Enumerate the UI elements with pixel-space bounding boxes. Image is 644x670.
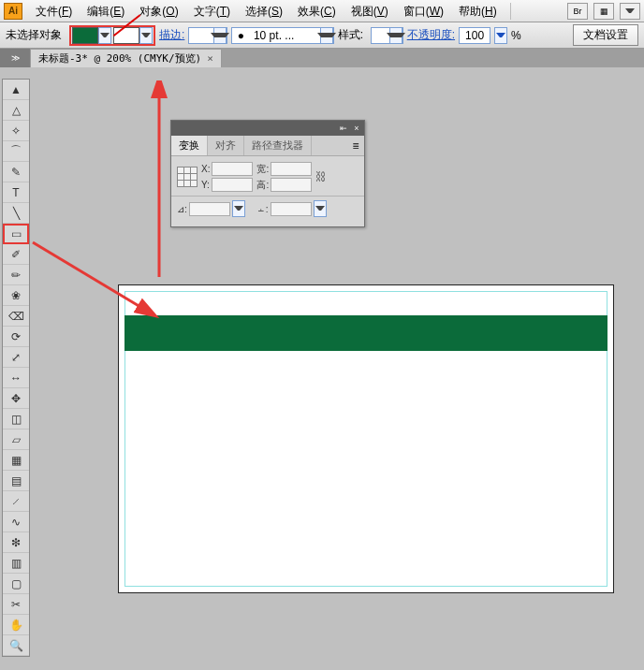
tool-selection[interactable]: ▲ [3,80,29,100]
tool-scale[interactable]: ⤢ [3,347,29,368]
menu-file[interactable]: 文件(F) [28,0,80,22]
app-logo: Ai [4,3,22,20]
workspace-dropdown[interactable] [620,3,640,20]
menu-separator [510,3,511,20]
menu-type[interactable]: 文字(T) [186,0,238,22]
tool-zoom[interactable]: 🔍 [3,635,29,656]
angle-input[interactable] [189,202,230,216]
opacity-dropdown[interactable] [494,27,507,44]
document-setup-button[interactable]: 文档设置 [573,24,638,46]
tool-line[interactable]: ╲ [3,203,29,224]
close-icon[interactable]: × [207,52,213,65]
tool-eyedropper[interactable]: ⟋ [3,491,29,512]
tool-lasso[interactable]: ⌒ [3,141,29,162]
tool-direct-select[interactable]: △ [3,100,29,121]
rectangle-shape[interactable] [124,315,607,351]
tool-graph[interactable]: ▥ [3,553,29,574]
stroke-label[interactable]: 描边: [159,27,184,43]
x-input[interactable] [212,162,253,176]
y-label: Y: [201,180,210,190]
menu-effect[interactable]: 效果(C) [290,0,344,22]
selection-status: 未选择对象 [6,27,66,43]
tool-blend[interactable]: ∿ [3,512,29,532]
tool-slice[interactable]: ✂ [3,594,29,615]
tool-symbol-sprayer[interactable]: ❇ [3,532,29,553]
fill-stroke-swatch-group [69,25,155,46]
x-label: X: [201,164,210,174]
angle-dd[interactable] [232,200,245,217]
panel-tabs: 变换 对齐 路径查找器 ≡ [171,136,364,156]
fill-dropdown[interactable] [98,27,111,44]
tool-mesh[interactable]: ▦ [3,450,29,471]
w-label: 宽: [256,163,269,176]
opacity-input[interactable]: 100 [459,27,490,44]
panel-menu-icon[interactable]: ≡ [347,136,364,155]
tab-align[interactable]: 对齐 [208,136,244,155]
document-tab[interactable]: 未标题-3* @ 200% (CMYK/预览) × [30,49,222,67]
tool-eraser[interactable]: ⌫ [3,306,29,327]
stroke-weight[interactable]: ● 10 pt. ... [231,27,334,44]
menu-help[interactable]: 帮助(H) [451,0,505,22]
height-input[interactable] [271,178,312,192]
tab-expand-icon[interactable]: ≫ [0,49,30,67]
tool-free-transform[interactable]: ✥ [3,388,29,409]
bridge-button[interactable]: Br [567,3,588,20]
fill-swatch[interactable] [72,27,98,44]
panel-titlebar[interactable]: ⇤ × [171,121,364,136]
link-wh-icon[interactable]: ⛓ [315,167,327,187]
tool-shape-builder[interactable]: ◫ [3,409,29,430]
artboard[interactable] [118,284,614,593]
arrange-docs-button[interactable]: ▦ [593,3,614,20]
stroke-dropdown[interactable] [139,27,153,44]
menu-bar: Ai 文件(F) 编辑(E) 对象(O) 文字(T) 选择(S) 效果(C) 视… [0,0,644,22]
transform-panel: ⇤ × 变换 对齐 路径查找器 ≡ X: Y: 宽: 高: ⛓ ⊿: ⫠: [170,120,365,227]
document-tab-row: ≫ 未标题-3* @ 200% (CMYK/预览) × [0,49,644,67]
tool-rotate[interactable]: ⟳ [3,327,29,347]
width-input[interactable] [271,162,312,176]
tool-hand[interactable]: ✋ [3,615,29,635]
h-label: 高: [256,179,269,192]
tool-paintbrush[interactable]: ✐ [3,244,29,265]
control-bar: 未选择对象 描边: ● 10 pt. ... 样式: 不透明度: 100 % 文… [0,22,644,49]
graphic-style[interactable] [371,27,403,44]
tool-artboard[interactable]: ▢ [3,574,29,594]
angle-label: ⊿: [177,204,187,214]
y-input[interactable] [212,178,253,192]
collapse-icon[interactable]: ⇤ [339,124,348,133]
tool-pencil[interactable]: ✏ [3,265,29,285]
menu-object[interactable]: 对象(O) [132,0,185,22]
shear-label: ⫠: [256,204,269,214]
toolbox: ▲△✧⌒✎T╲▭✐✏❀⌫⟳⤢↔✥◫▱▦▤⟋∿❇▥▢✂✋🔍 [2,79,30,657]
shear-input[interactable] [271,202,312,216]
menu-edit[interactable]: 编辑(E) [80,0,132,22]
tab-transform[interactable]: 变换 [171,136,208,155]
tool-magic-wand[interactable]: ✧ [3,121,29,141]
tab-pathfinder[interactable]: 路径查找器 [244,136,312,155]
style-label: 样式: [338,27,367,43]
percent-label: % [511,29,521,42]
tool-width[interactable]: ↔ [3,368,29,388]
tool-perspective[interactable]: ▱ [3,430,29,450]
opacity-label[interactable]: 不透明度: [407,27,455,43]
menu-window[interactable]: 窗口(W) [396,0,451,22]
menu-select[interactable]: 选择(S) [238,0,290,22]
stroke-profile[interactable] [188,27,227,44]
document-tab-title: 未标题-3* @ 200% (CMYK/预览) [38,51,201,66]
tool-rectangle[interactable]: ▭ [3,224,29,244]
tool-gradient[interactable]: ▤ [3,471,29,491]
tool-pen[interactable]: ✎ [3,162,29,182]
reference-point-grid[interactable] [177,167,198,187]
tool-blob-brush[interactable]: ❀ [3,285,29,306]
stroke-swatch-none[interactable] [113,27,139,44]
panel-close-icon[interactable]: × [352,124,361,133]
menu-view[interactable]: 视图(V) [344,0,396,22]
shear-dd[interactable] [314,200,327,217]
tool-type[interactable]: T [3,182,29,203]
